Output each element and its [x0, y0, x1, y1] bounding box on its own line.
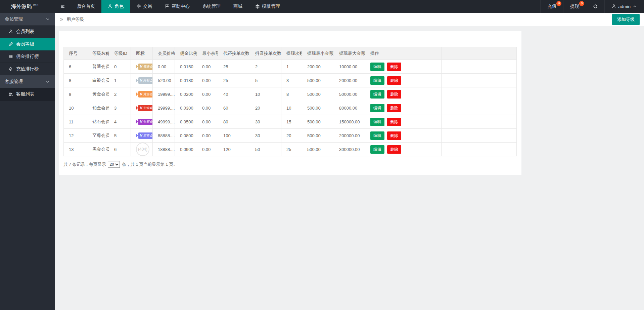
withdraw-link[interactable]: 提现 0: [563, 0, 586, 13]
table-row: 13黑金会员6(404)18888....0.09000.00120502550…: [64, 143, 517, 156]
level-icon-cell: V至尊会员: [131, 129, 153, 143]
add-level-button[interactable]: 添加等级: [612, 14, 640, 25]
cell-repay_orders: 60: [218, 101, 250, 115]
sidebar-item-commission-rank[interactable]: 佣金排行榜: [0, 50, 55, 63]
column-header: 代还接单次数: [218, 47, 250, 60]
list-icon: [8, 54, 13, 59]
cell-commission: 0.0300: [175, 101, 197, 115]
edit-button[interactable]: 编辑: [370, 145, 384, 154]
cell-seq: 8: [64, 74, 87, 87]
sidebar-item-label: 会员等级: [16, 41, 34, 47]
hamburger-icon[interactable]: [55, 0, 71, 13]
delete-button[interactable]: 删除: [387, 63, 401, 71]
chevron-down-icon: [45, 79, 50, 84]
filler-cell: [442, 129, 517, 143]
user-menu[interactable]: admin: [604, 0, 644, 13]
edit-button[interactable]: 编辑: [370, 90, 384, 99]
nav-help-center[interactable]: 帮助中心: [158, 0, 196, 13]
cell-repay_orders: 120: [218, 143, 250, 156]
column-header: 最小余额: [197, 47, 218, 60]
withdraw-badge: 0: [579, 1, 584, 6]
cell-douyin_orders: 5: [250, 74, 281, 87]
person-icon: [611, 4, 616, 9]
sidebar: 会员管理会员列表会员等级佣金排行榜充值排行榜客服管理客服列表: [0, 13, 55, 310]
cell-withdraw_min: 500.00: [302, 115, 334, 129]
cell-seq: 11: [64, 115, 87, 129]
nav-label: 角色: [114, 3, 124, 9]
menu-icon: [60, 4, 65, 9]
filler-cell: [442, 143, 517, 156]
edit-button[interactable]: 编辑: [370, 76, 384, 85]
edit-button[interactable]: 编辑: [370, 63, 384, 71]
nav-dashboard[interactable]: 后台首页: [71, 0, 101, 13]
delete-button[interactable]: 删除: [387, 76, 401, 85]
nav-mall[interactable]: 商城: [227, 0, 249, 13]
column-header: 佣金比例: [175, 47, 197, 60]
sidebar-item-member-list[interactable]: 会员列表: [0, 26, 55, 38]
delete-button[interactable]: 删除: [387, 131, 401, 140]
delete-button[interactable]: 删除: [387, 104, 401, 112]
page-size-select[interactable]: 20: [108, 161, 120, 168]
refresh-icon: [593, 4, 598, 9]
sidebar-item-recharge-rank[interactable]: 充值排行榜: [0, 63, 55, 75]
cell-douyin_orders: 30: [250, 129, 281, 143]
level-badge: V钻石会员: [136, 119, 153, 125]
level-icon-cell: V黄金会员: [131, 87, 153, 101]
level-icon-cell: V白银会员: [131, 74, 153, 87]
edit-button[interactable]: 编辑: [370, 118, 384, 126]
level-badge: V铂金会员: [136, 105, 153, 111]
edit-button[interactable]: 编辑: [370, 131, 384, 140]
cell-price: 0.00: [153, 60, 175, 74]
cell-repay_orders: 100: [218, 129, 250, 143]
delete-button[interactable]: 删除: [387, 145, 401, 154]
sidebar-group-service-management[interactable]: 客服管理: [0, 75, 55, 88]
nav-roles[interactable]: 角色: [101, 0, 130, 13]
flag-icon: [165, 4, 170, 9]
cell-commission: 0.0180: [175, 74, 197, 87]
delete-button[interactable]: 删除: [387, 90, 401, 99]
recharge-link[interactable]: 充值 0: [540, 0, 563, 13]
level-badge: V至尊会员: [136, 132, 153, 139]
column-header: 提现次数: [281, 47, 302, 60]
column-header-filler: [442, 47, 517, 60]
nav-label: 商城: [233, 3, 242, 9]
cell-withdraw_times: 25: [281, 143, 302, 156]
refresh-button[interactable]: [586, 0, 604, 13]
actions-cell: 编辑删除: [365, 87, 442, 101]
filler-cell: [442, 115, 517, 129]
sidebar-item-member-level[interactable]: 会员等级: [0, 38, 55, 50]
nav-label: 系统管理: [202, 3, 221, 9]
person-icon: [108, 4, 112, 9]
cell-douyin_orders: 50: [250, 143, 281, 156]
topbar: 海外源码V10 后台首页角色交易帮助中心系统管理商城模版管理 充值 0 提现 0…: [0, 0, 644, 13]
actions-cell: 编辑删除: [365, 143, 442, 156]
cell-level_id: 3: [109, 101, 131, 115]
sidebar-group-label: 会员管理: [5, 16, 23, 22]
nav-template[interactable]: 模版管理: [249, 0, 286, 13]
column-header: 等级名称: [87, 47, 109, 60]
scales-icon: [136, 4, 141, 9]
level-badge: V普通会员: [136, 64, 153, 70]
edit-button[interactable]: 编辑: [370, 104, 384, 112]
nav-system[interactable]: 系统管理: [196, 0, 227, 13]
cell-price: 88888....: [153, 129, 175, 143]
app-title: 海外源码: [11, 3, 32, 10]
withdraw-label: 提现: [570, 3, 579, 9]
cell-min_balance: 0.00: [197, 143, 218, 156]
table-row: 10铂金会员3V铂金会员29999....0.03000.00602010500…: [64, 101, 517, 115]
table-header-row: 序号等级名称等级ID图标会员价格佣金比例最小余额代还接单次数抖音接单次数提现次数…: [64, 47, 517, 60]
sidebar-item-service-list[interactable]: 客服列表: [0, 88, 55, 101]
cell-douyin_orders: 2: [250, 60, 281, 74]
delete-button[interactable]: 删除: [387, 118, 401, 126]
nav-trade[interactable]: 交易: [130, 0, 158, 13]
cell-withdraw_min: 500.00: [302, 74, 334, 87]
sidebar-group-member-management[interactable]: 会员管理: [0, 13, 55, 26]
cell-repay_orders: 40: [218, 87, 250, 101]
topbar-right: 充值 0 提现 0 admin: [540, 0, 644, 13]
levels-table: 序号等级名称等级ID图标会员价格佣金比例最小余额代还接单次数抖音接单次数提现次数…: [63, 47, 517, 156]
column-header: 提现最大金额: [334, 47, 365, 60]
sidebar-item-label: 客服列表: [16, 91, 34, 97]
cell-withdraw_times: 3: [281, 74, 302, 87]
people-icon: [8, 92, 13, 96]
level-badge: V白银会员: [136, 77, 153, 84]
